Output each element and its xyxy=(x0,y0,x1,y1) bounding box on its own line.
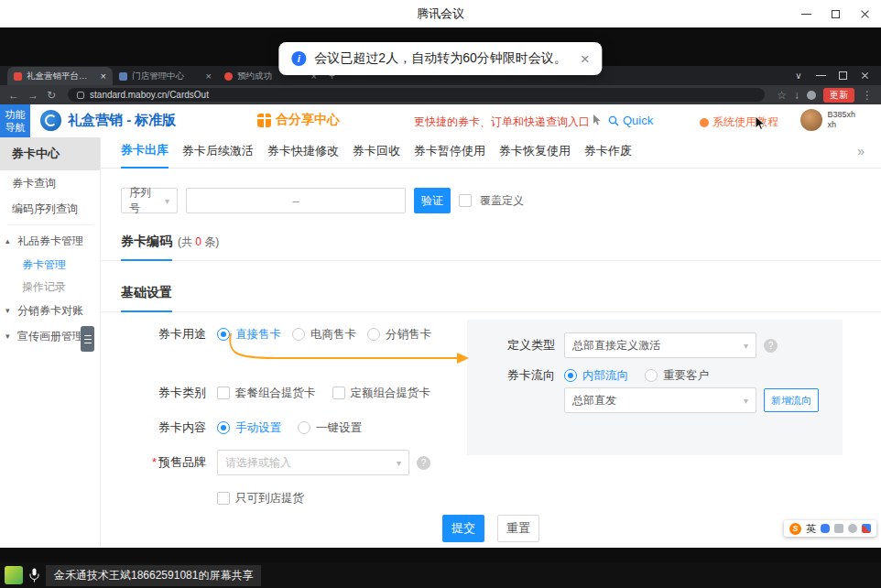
tab-label: 门店管理中心 xyxy=(132,71,201,82)
browser-minimize-button[interactable] xyxy=(810,66,832,85)
option-important-customer[interactable]: 重要客户 xyxy=(645,368,709,384)
forward-icon[interactable]: → xyxy=(27,90,38,101)
close-button[interactable] xyxy=(850,0,879,27)
browser-window-controls: ∨ xyxy=(788,66,876,85)
user-account[interactable]: B385xh xh xyxy=(800,109,855,131)
web-page: 功能导航 礼盒营销 - 标准版 合分享中心 更快捷的券卡、订单和快递查询入口 Q… xyxy=(0,104,881,548)
option-package-combo-card[interactable]: 套餐组合提货卡 xyxy=(217,386,316,401)
back-icon[interactable]: ← xyxy=(8,90,19,101)
add-flow-button[interactable]: 新增流向 xyxy=(764,388,819,412)
option-label: 一键设置 xyxy=(316,420,362,436)
radio-off-icon xyxy=(645,369,658,382)
option-manual-setup[interactable]: 手动设置 xyxy=(217,420,281,436)
mic-icon[interactable] xyxy=(29,568,39,583)
maximize-button[interactable] xyxy=(821,0,850,27)
minimize-button[interactable] xyxy=(791,0,821,27)
share-center-label: 合分享中心 xyxy=(276,112,340,128)
sidebar-group-distribution-account[interactable]: ▾ 分销券卡对账 xyxy=(0,298,100,323)
tab-card-void[interactable]: 券卡作废 xyxy=(584,143,632,168)
define-type-row: 定义类型 总部直接定义激活 ▾ ? xyxy=(467,332,843,358)
submit-button[interactable]: 提交 xyxy=(442,515,484,542)
sidebar-item-code-serial-query[interactable]: 编码序列查询 xyxy=(0,196,100,222)
browser-tab-gift-platform[interactable]: 礼盒营销平台管理中心 × xyxy=(7,67,113,85)
card-usage-label: 券卡用途 xyxy=(101,326,206,343)
tab-card-resume[interactable]: 券卡恢复使用 xyxy=(499,143,571,168)
help-icon[interactable]: ? xyxy=(417,456,430,470)
tab-card-activate[interactable]: 券卡后续激活 xyxy=(182,143,254,168)
browser-maximize-button[interactable] xyxy=(832,66,854,85)
option-label: 内部流向 xyxy=(582,368,628,384)
define-type-value: 总部直接定义激活 xyxy=(572,338,660,354)
basic-settings-form: 券卡用途 直接售卡 电商售卡 分销售卡 券卡类别 xyxy=(101,321,881,511)
address-bar[interactable]: standard.maboy.cn/CardsOut xyxy=(68,88,765,102)
sidebar-divider xyxy=(7,224,92,225)
radio-off-icon xyxy=(298,421,310,434)
minimize-icon xyxy=(801,14,811,15)
form-footer: 提交 重置 xyxy=(101,515,881,542)
serial-type-select[interactable]: 序列号 ▾ xyxy=(121,188,178,213)
card-flow-row: 券卡流向 内部流向 重要客户 xyxy=(467,367,843,384)
sidebar-item-operation-log[interactable]: 操作记录 xyxy=(0,276,100,298)
tab-close-icon[interactable]: × xyxy=(206,71,212,82)
toast-close-icon[interactable]: × xyxy=(581,51,590,67)
define-type-select[interactable]: 总部直接定义激活 ▾ xyxy=(564,332,756,358)
tutorial-link[interactable]: 系统使用教程 xyxy=(700,114,778,130)
tab-card-outbound[interactable]: 券卡出库 xyxy=(121,142,169,169)
option-distribution-sale[interactable]: 分销售卡 xyxy=(367,327,431,343)
sidebar-group-gift-card-mgmt[interactable]: ▴ 礼品券卡管理 xyxy=(0,228,100,254)
checkbox-icon xyxy=(332,387,345,399)
override-checkbox[interactable] xyxy=(459,194,472,207)
serial-input[interactable] xyxy=(186,188,406,213)
tab-card-recycle[interactable]: 券卡回收 xyxy=(353,143,400,168)
tab-card-pause[interactable]: 券卡暂停使用 xyxy=(414,143,485,168)
function-nav-toggle[interactable]: 功能导航 xyxy=(0,104,30,137)
help-icon[interactable]: ? xyxy=(764,339,778,353)
browser-menu-chevron-icon[interactable]: ∨ xyxy=(788,66,810,85)
sidebar-group-label: 宣传画册管理 xyxy=(17,329,83,344)
option-one-click-setup[interactable]: 一键设置 xyxy=(298,420,362,436)
sidebar-collapse-toggle[interactable] xyxy=(81,326,94,352)
download-icon[interactable]: ↓ xyxy=(794,90,799,101)
define-type-label: 定义类型 xyxy=(467,337,555,354)
option-store-pickup-only[interactable]: 只可到店提货 xyxy=(217,491,304,506)
reload-icon[interactable]: ↻ xyxy=(47,90,56,101)
browser-close-button[interactable] xyxy=(854,66,876,85)
sidebar-group-label: 分销券卡对账 xyxy=(17,303,83,319)
option-direct-sale[interactable]: 直接售卡 xyxy=(217,327,281,343)
tab-favicon xyxy=(119,72,127,81)
browser-tab-store-center[interactable]: 门店管理中心 × xyxy=(113,67,218,85)
bookmark-star-icon[interactable]: ☆ xyxy=(777,90,787,101)
collapse-panel-icon[interactable]: » xyxy=(857,144,865,158)
option-ecommerce-sale[interactable]: 电商售卡 xyxy=(292,327,356,343)
sidebar-item-card-query[interactable]: 券卡查询 xyxy=(0,170,100,196)
verify-button[interactable]: 验证 xyxy=(414,188,451,213)
option-label: 直接售卡 xyxy=(235,327,281,343)
tab-close-icon[interactable]: × xyxy=(101,71,106,82)
site-header: 功能导航 礼盒营销 - 标准版 合分享中心 更快捷的券卡、订单和快递查询入口 Q… xyxy=(0,104,881,137)
ime-language-indicator[interactable]: 英 xyxy=(806,522,816,536)
share-center-link[interactable]: 合分享中心 xyxy=(257,112,340,128)
option-fixed-combo-card[interactable]: 定额组合提货卡 xyxy=(332,386,431,401)
search-icon xyxy=(608,115,619,126)
reset-button[interactable]: 重置 xyxy=(497,515,539,542)
card-flow-label: 券卡流向 xyxy=(467,367,555,384)
flow-select[interactable]: 总部直发 ▾ xyxy=(564,387,756,413)
override-label: 覆盖定义 xyxy=(480,193,524,209)
ime-mode-icon[interactable] xyxy=(848,524,857,533)
quick-entry-link[interactable]: 更快捷的券卡、订单和快递查询入口 xyxy=(414,114,590,130)
profile-icon[interactable] xyxy=(807,91,816,100)
option-internal-flow[interactable]: 内部流向 xyxy=(564,368,628,384)
tab-card-quick-edit[interactable]: 券卡快捷修改 xyxy=(267,143,339,168)
sidebar-item-card-mgmt[interactable]: 券卡管理 xyxy=(0,254,100,276)
presale-brand-select[interactable]: 请选择或输入 ▾ xyxy=(217,450,409,475)
ime-toolbox-icon[interactable] xyxy=(862,524,871,533)
kebab-menu-icon[interactable]: ⋮ xyxy=(862,90,873,101)
ime-keyboard-icon[interactable] xyxy=(834,524,843,533)
ime-logo-icon[interactable]: S xyxy=(789,523,801,535)
ime-mic-icon[interactable] xyxy=(821,524,830,533)
quick-search-link[interactable]: Quick xyxy=(608,114,653,127)
flow-select-row: 总部直发 ▾ 新增流向 xyxy=(467,387,843,413)
avatar xyxy=(800,109,822,131)
browser-update-button[interactable]: 更新 xyxy=(823,88,854,103)
bulb-icon xyxy=(700,118,709,127)
